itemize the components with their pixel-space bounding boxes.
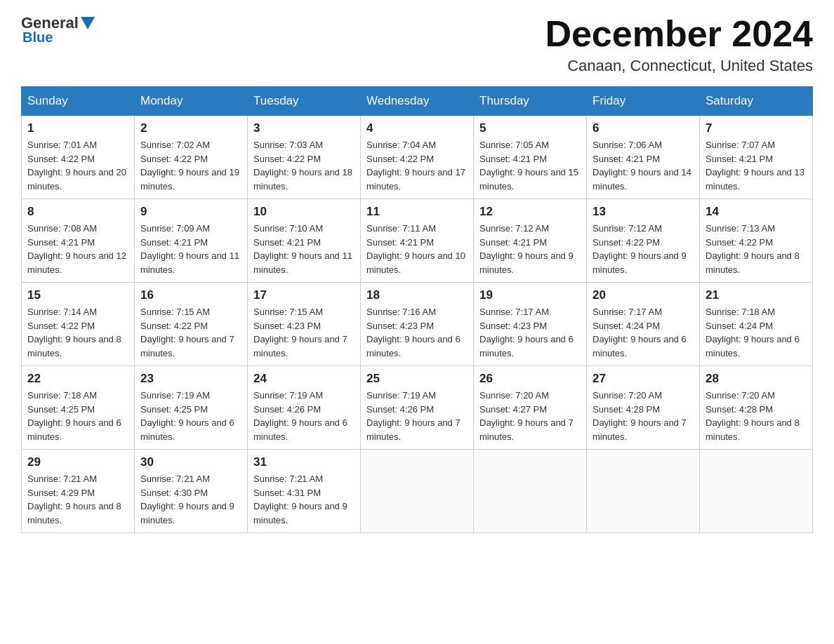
day-info: Sunrise: 7:15 AMSunset: 4:22 PMDaylight:… — [140, 305, 241, 360]
day-info: Sunrise: 7:20 AMSunset: 4:28 PMDaylight:… — [706, 389, 807, 443]
day-info: Sunrise: 7:17 AMSunset: 4:23 PMDaylight:… — [479, 305, 581, 360]
day-header-thursday: Thursday — [474, 87, 587, 116]
day-info: Sunrise: 7:13 AMSunset: 4:22 PMDaylight:… — [706, 222, 807, 276]
week-row-4: 22Sunrise: 7:18 AMSunset: 4:25 PMDayligh… — [22, 366, 813, 450]
day-info: Sunrise: 7:21 AMSunset: 4:29 PMDaylight:… — [27, 472, 128, 527]
day-number: 25 — [366, 372, 468, 386]
day-info: Sunrise: 7:18 AMSunset: 4:24 PMDaylight:… — [706, 305, 807, 360]
day-info: Sunrise: 7:21 AMSunset: 4:30 PMDaylight:… — [140, 472, 241, 527]
calendar-cell: 28Sunrise: 7:20 AMSunset: 4:28 PMDayligh… — [700, 366, 813, 450]
calendar-cell: 15Sunrise: 7:14 AMSunset: 4:22 PMDayligh… — [22, 283, 135, 366]
day-info: Sunrise: 7:09 AMSunset: 4:21 PMDaylight:… — [140, 222, 241, 276]
day-header-monday: Monday — [135, 87, 248, 116]
day-number: 21 — [706, 288, 807, 302]
day-info: Sunrise: 7:05 AMSunset: 4:21 PMDaylight:… — [479, 138, 581, 193]
calendar-cell: 1Sunrise: 7:01 AMSunset: 4:22 PMDaylight… — [22, 116, 135, 199]
day-info: Sunrise: 7:16 AMSunset: 4:23 PMDaylight:… — [366, 305, 468, 360]
day-info: Sunrise: 7:12 AMSunset: 4:22 PMDaylight:… — [593, 222, 694, 276]
day-info: Sunrise: 7:03 AMSunset: 4:22 PMDaylight:… — [253, 138, 355, 193]
calendar-cell: 3Sunrise: 7:03 AMSunset: 4:22 PMDaylight… — [248, 116, 361, 199]
day-number: 1 — [27, 121, 128, 135]
day-number: 9 — [140, 205, 241, 219]
day-header-friday: Friday — [587, 87, 700, 116]
week-row-1: 1Sunrise: 7:01 AMSunset: 4:22 PMDaylight… — [22, 116, 813, 199]
calendar-cell: 13Sunrise: 7:12 AMSunset: 4:22 PMDayligh… — [587, 199, 700, 283]
calendar-cell: 25Sunrise: 7:19 AMSunset: 4:26 PMDayligh… — [361, 366, 474, 450]
day-info: Sunrise: 7:01 AMSunset: 4:22 PMDaylight:… — [27, 138, 128, 193]
day-header-wednesday: Wednesday — [361, 87, 474, 116]
calendar-cell: 16Sunrise: 7:15 AMSunset: 4:22 PMDayligh… — [135, 283, 248, 366]
day-number: 6 — [593, 121, 694, 135]
day-number: 8 — [27, 205, 128, 219]
calendar-cell: 19Sunrise: 7:17 AMSunset: 4:23 PMDayligh… — [474, 283, 587, 366]
calendar-cell: 6Sunrise: 7:06 AMSunset: 4:21 PMDaylight… — [587, 116, 700, 199]
calendar-cell: 30Sunrise: 7:21 AMSunset: 4:30 PMDayligh… — [135, 450, 248, 533]
day-header-saturday: Saturday — [700, 87, 813, 116]
calendar-cell: 22Sunrise: 7:18 AMSunset: 4:25 PMDayligh… — [22, 366, 135, 450]
calendar-cell — [361, 450, 474, 533]
day-info: Sunrise: 7:19 AMSunset: 4:26 PMDaylight:… — [253, 389, 355, 443]
logo-blue-text: Blue — [22, 29, 53, 46]
day-number: 5 — [479, 121, 581, 135]
day-number: 27 — [593, 372, 694, 386]
calendar-cell: 29Sunrise: 7:21 AMSunset: 4:29 PMDayligh… — [22, 450, 135, 533]
day-number: 26 — [479, 372, 581, 386]
day-info: Sunrise: 7:19 AMSunset: 4:26 PMDaylight:… — [366, 389, 468, 443]
day-info: Sunrise: 7:20 AMSunset: 4:28 PMDaylight:… — [593, 389, 694, 443]
day-info: Sunrise: 7:19 AMSunset: 4:25 PMDaylight:… — [140, 389, 241, 443]
day-info: Sunrise: 7:20 AMSunset: 4:27 PMDaylight:… — [479, 389, 581, 443]
calendar-cell: 17Sunrise: 7:15 AMSunset: 4:23 PMDayligh… — [248, 283, 361, 366]
day-info: Sunrise: 7:11 AMSunset: 4:21 PMDaylight:… — [366, 222, 468, 276]
calendar-cell: 31Sunrise: 7:21 AMSunset: 4:31 PMDayligh… — [248, 450, 361, 533]
day-info: Sunrise: 7:15 AMSunset: 4:23 PMDaylight:… — [253, 305, 355, 360]
calendar-cell: 4Sunrise: 7:04 AMSunset: 4:22 PMDaylight… — [361, 116, 474, 199]
week-row-3: 15Sunrise: 7:14 AMSunset: 4:22 PMDayligh… — [22, 283, 813, 366]
day-number: 13 — [593, 205, 694, 219]
calendar-table: SundayMondayTuesdayWednesdayThursdayFrid… — [21, 86, 813, 533]
day-info: Sunrise: 7:06 AMSunset: 4:21 PMDaylight:… — [593, 138, 694, 193]
day-info: Sunrise: 7:08 AMSunset: 4:21 PMDaylight:… — [27, 222, 128, 276]
week-row-2: 8Sunrise: 7:08 AMSunset: 4:21 PMDaylight… — [22, 199, 813, 283]
day-number: 31 — [253, 455, 355, 469]
day-number: 11 — [366, 205, 468, 219]
day-number: 16 — [140, 288, 241, 302]
month-title: December 2024 — [545, 14, 813, 54]
day-number: 24 — [253, 372, 355, 386]
day-info: Sunrise: 7:21 AMSunset: 4:31 PMDaylight:… — [253, 472, 355, 527]
day-info: Sunrise: 7:04 AMSunset: 4:22 PMDaylight:… — [366, 138, 468, 193]
day-number: 28 — [706, 372, 807, 386]
day-number: 12 — [479, 205, 581, 219]
day-number: 4 — [366, 121, 468, 135]
week-row-5: 29Sunrise: 7:21 AMSunset: 4:29 PMDayligh… — [22, 450, 813, 533]
day-number: 29 — [27, 455, 128, 469]
page-header: General Blue December 2024 Canaan, Conne… — [21, 14, 813, 75]
calendar-cell: 26Sunrise: 7:20 AMSunset: 4:27 PMDayligh… — [474, 366, 587, 450]
day-info: Sunrise: 7:18 AMSunset: 4:25 PMDaylight:… — [27, 389, 128, 443]
calendar-cell: 8Sunrise: 7:08 AMSunset: 4:21 PMDaylight… — [22, 199, 135, 283]
calendar-cell: 27Sunrise: 7:20 AMSunset: 4:28 PMDayligh… — [587, 366, 700, 450]
calendar-cell — [474, 450, 587, 533]
day-number: 18 — [366, 288, 468, 302]
day-info: Sunrise: 7:14 AMSunset: 4:22 PMDaylight:… — [27, 305, 128, 360]
calendar-cell: 18Sunrise: 7:16 AMSunset: 4:23 PMDayligh… — [361, 283, 474, 366]
day-info: Sunrise: 7:02 AMSunset: 4:22 PMDaylight:… — [140, 138, 241, 193]
day-number: 23 — [140, 372, 241, 386]
calendar-cell: 11Sunrise: 7:11 AMSunset: 4:21 PMDayligh… — [361, 199, 474, 283]
day-info: Sunrise: 7:10 AMSunset: 4:21 PMDaylight:… — [253, 222, 355, 276]
calendar-cell: 10Sunrise: 7:10 AMSunset: 4:21 PMDayligh… — [248, 199, 361, 283]
day-info: Sunrise: 7:07 AMSunset: 4:21 PMDaylight:… — [706, 138, 807, 193]
day-header-sunday: Sunday — [22, 87, 135, 116]
calendar-cell: 12Sunrise: 7:12 AMSunset: 4:21 PMDayligh… — [474, 199, 587, 283]
calendar-cell: 2Sunrise: 7:02 AMSunset: 4:22 PMDaylight… — [135, 116, 248, 199]
calendar-cell: 21Sunrise: 7:18 AMSunset: 4:24 PMDayligh… — [700, 283, 813, 366]
day-header-tuesday: Tuesday — [248, 87, 361, 116]
day-number: 2 — [140, 121, 241, 135]
day-number: 7 — [706, 121, 807, 135]
calendar-cell: 14Sunrise: 7:13 AMSunset: 4:22 PMDayligh… — [700, 199, 813, 283]
day-number: 19 — [479, 288, 581, 302]
calendar-cell: 24Sunrise: 7:19 AMSunset: 4:26 PMDayligh… — [248, 366, 361, 450]
day-number: 17 — [253, 288, 355, 302]
calendar-cell: 5Sunrise: 7:05 AMSunset: 4:21 PMDaylight… — [474, 116, 587, 199]
calendar-cell: 23Sunrise: 7:19 AMSunset: 4:25 PMDayligh… — [135, 366, 248, 450]
day-number: 3 — [253, 121, 355, 135]
